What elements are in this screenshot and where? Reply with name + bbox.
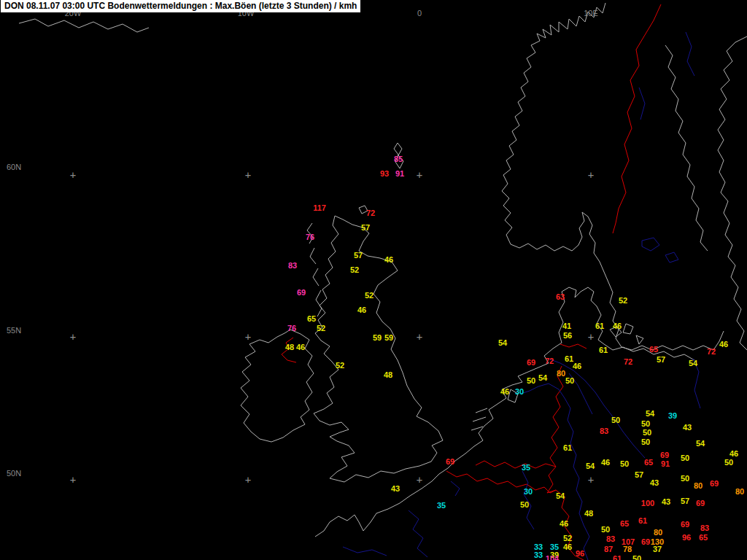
grid-cross-mark: + — [417, 331, 422, 343]
coastline-norway-west — [502, 3, 605, 244]
coastline-iceland — [19, 19, 149, 32]
station-gust-value: 65 — [649, 345, 658, 354]
border-belgium-netherlands — [476, 461, 556, 468]
station-gust-value: 48 — [584, 509, 593, 518]
station-gust-value: 78 — [623, 545, 632, 553]
grid-label: 10E — [584, 9, 598, 18]
station-gust-value: 54 — [646, 409, 654, 418]
station-gust-value: 57 — [361, 223, 370, 232]
station-gust-value: 46 — [573, 362, 581, 370]
station-gust-value: 57 — [657, 355, 665, 364]
lake-vattern — [665, 252, 678, 262]
river-somme — [451, 481, 460, 496]
station-gust-value: 52 — [350, 265, 359, 274]
station-gust-value: 61 — [613, 554, 622, 560]
station-gust-value: 35 — [437, 501, 446, 510]
border-france-belgium — [446, 471, 556, 493]
station-gust-value: 54 — [498, 338, 507, 347]
station-gust-value: 50 — [601, 525, 610, 534]
river-loire — [343, 547, 387, 556]
station-gust-value: 35 — [522, 463, 530, 472]
station-gust-value: 91 — [661, 459, 670, 468]
station-gust-value: 96 — [576, 549, 584, 558]
coastline-zeeland-islands — [471, 408, 487, 430]
grid-cross-mark: + — [588, 474, 594, 486]
station-gust-value: 72 — [545, 357, 554, 365]
station-gust-value: 46 — [613, 322, 622, 330]
station-gust-value: 52 — [563, 534, 572, 542]
station-gust-value: 76 — [287, 324, 296, 332]
grid-cross-mark: + — [245, 169, 251, 181]
station-gust-value: 37 — [653, 545, 662, 553]
station-gust-value: 46 — [601, 458, 610, 467]
station-gust-value: 54 — [689, 359, 697, 368]
station-gust-value: 80 — [654, 528, 662, 537]
station-gust-value: 39 — [668, 411, 677, 420]
station-gust-value: 46 — [500, 387, 509, 396]
station-gust-value: 61 — [595, 322, 604, 330]
station-gust-value: 57 — [354, 251, 363, 260]
station-gust-value: 83 — [700, 524, 709, 532]
station-gust-value: 100 — [641, 499, 654, 508]
station-gust-value: 43 — [650, 478, 659, 487]
grid-cross-mark: + — [70, 474, 76, 486]
station-gust-value: 65 — [644, 458, 653, 467]
grid-label: 60N — [7, 163, 21, 171]
station-gust-value: 65 — [699, 533, 708, 542]
station-gust-value: 96 — [682, 533, 691, 542]
station-gust-value: 59 — [384, 333, 393, 342]
grid-label: 50N — [7, 469, 21, 478]
station-gust-value: 69 — [696, 499, 705, 508]
station-gust-value: 61 — [638, 516, 647, 525]
station-gust-value: 85 — [394, 155, 403, 163]
station-gust-value: 69 — [641, 537, 650, 546]
station-gust-value: 104 — [546, 554, 559, 560]
station-gust-value: 33 — [534, 551, 543, 559]
station-gust-value: 46 — [384, 255, 393, 264]
lake-vanern — [642, 238, 659, 251]
station-gust-value: 57 — [681, 497, 689, 505]
grid-cross-mark: + — [245, 474, 251, 486]
station-gust-value: 43 — [662, 497, 670, 506]
grid-cross-mark: + — [588, 331, 594, 343]
station-gust-value: 117 — [313, 203, 326, 212]
station-gust-value: 52 — [317, 324, 325, 332]
station-gust-value: 54 — [556, 491, 565, 500]
station-gust-value: 50 — [643, 428, 651, 437]
station-gust-value: 50 — [641, 438, 650, 446]
station-gust-value: 48 — [384, 370, 392, 379]
station-gust-value: 52 — [619, 296, 627, 305]
station-gust-value: 65 — [307, 314, 316, 323]
station-gust-value: 46 — [719, 340, 728, 349]
grid-label: 55N — [7, 326, 21, 335]
station-gust-value: 50 — [681, 454, 689, 462]
station-gust-value: 87 — [604, 545, 613, 553]
station-gust-value: 52 — [365, 291, 374, 300]
station-gust-value: 46 — [563, 542, 572, 551]
station-gust-value: 54 — [696, 439, 705, 448]
station-gust-value: 50 — [641, 419, 650, 428]
station-gust-value: 72 — [366, 209, 375, 217]
border-denmark-germany — [560, 344, 587, 349]
station-gust-value: 91 — [395, 169, 404, 178]
station-gust-value: 48 — [285, 343, 294, 351]
station-gust-value: 69 — [297, 288, 306, 297]
station-gust-value: 46 — [357, 306, 366, 314]
grid-cross-mark: + — [417, 474, 422, 486]
station-gust-value: 50 — [632, 554, 641, 560]
station-gust-value: 41 — [562, 322, 571, 330]
station-gust-value: 69 — [710, 479, 719, 488]
station-gust-value: 72 — [624, 357, 632, 366]
station-gust-value: 50 — [520, 500, 529, 509]
station-gust-value: 72 — [707, 347, 716, 356]
station-gust-value: 93 — [380, 169, 389, 178]
station-gust-value: 80 — [694, 481, 703, 490]
coastline-great-britain — [314, 216, 443, 482]
station-gust-value: 63 — [556, 292, 565, 301]
border-norway-sweden — [613, 4, 661, 233]
station-gust-value: 54 — [586, 462, 595, 470]
grid-cross-mark: + — [417, 169, 422, 181]
station-gust-value: 50 — [565, 376, 574, 385]
station-gust-value: 43 — [683, 423, 692, 432]
station-gust-value: 65 — [620, 519, 629, 528]
